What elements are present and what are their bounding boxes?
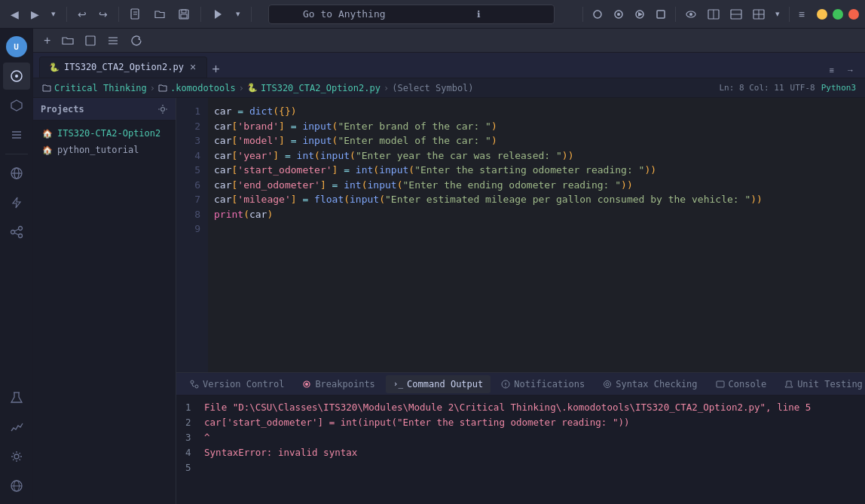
breadcrumb-symbol[interactable]: (Select Symbol): [392, 83, 473, 93]
user-avatar[interactable]: U: [3, 33, 30, 60]
tab-version-control[interactable]: Version Control: [182, 375, 292, 393]
bottom-tab-bar: Version Control Breakpoints ›_ Command O…: [176, 373, 865, 396]
encoding: UTF-8: [790, 83, 815, 93]
tree-item-project1[interactable]: 🏠 ITS320-CTA2-Option2: [33, 125, 176, 142]
layout1-button[interactable]: [703, 6, 724, 23]
svg-marker-31: [13, 197, 20, 208]
sidebar-icon-settings[interactable]: [3, 443, 30, 470]
svg-point-54: [506, 386, 506, 386]
svg-point-32: [18, 227, 22, 231]
layout-dropdown-button[interactable]: ▾: [771, 6, 784, 22]
new-tab-button[interactable]: [81, 32, 100, 49]
tab-notifications[interactable]: Notifications: [494, 375, 592, 393]
svg-rect-57: [717, 381, 724, 387]
menu-button[interactable]: ≡: [794, 5, 809, 23]
toolbar-divider-1: [66, 7, 67, 22]
file-tree-panel: Projects 🏠 ITS320-CTA2-Option2 🏠: [33, 98, 176, 504]
tab-file[interactable]: 🐍 ITS320_CTA2_Option2.py ×: [39, 57, 207, 78]
sidebar-icon-packages[interactable]: [3, 92, 30, 119]
sidebar-icon-browser[interactable]: [3, 160, 30, 187]
add-tab-button[interactable]: +: [39, 31, 55, 50]
goto-text: Go to Anything: [277, 8, 411, 20]
breadcrumb-dir[interactable]: .komodotools: [170, 83, 236, 93]
maximize-window-button[interactable]: [833, 9, 843, 20]
sidebar-icon-outline[interactable]: [3, 121, 30, 148]
sidebar-icon-earth[interactable]: [3, 472, 30, 499]
svg-line-35: [14, 229, 19, 231]
open-folder-button[interactable]: [57, 32, 78, 49]
code-content[interactable]: car = dict({}) car['brand'] = input("Ent…: [208, 98, 865, 372]
save-button[interactable]: [173, 5, 194, 23]
command-output-icon: ›_: [393, 379, 403, 389]
sidebar-icon-debug[interactable]: [3, 63, 30, 90]
record2-button[interactable]: [651, 6, 671, 23]
breadcrumb-file[interactable]: ITS320_CTA2_Option2.py: [261, 83, 381, 93]
code-editor[interactable]: 1 2 3 4 5 6 7 8 9 car = dict({}) car['br…: [176, 98, 865, 372]
close-window-button[interactable]: [848, 9, 859, 20]
back-button[interactable]: ◀: [6, 5, 23, 23]
svg-point-33: [18, 234, 22, 238]
svg-rect-5: [181, 14, 187, 18]
tree-item-project2[interactable]: 🏠 python_tutorial: [33, 142, 176, 158]
version-control-icon: [190, 380, 199, 389]
tab-breakpoints-label: Breakpoints: [315, 379, 374, 389]
layout3-button[interactable]: [748, 6, 769, 23]
sidebar-icon-flask[interactable]: [3, 384, 30, 411]
record-button[interactable]: [588, 6, 607, 23]
tab-breakpoints[interactable]: Breakpoints: [295, 375, 382, 393]
preview-button[interactable]: [680, 6, 701, 23]
tab-right-controls: ≡ →: [825, 63, 859, 78]
svg-point-9: [617, 13, 620, 16]
tab-arrow-button[interactable]: →: [842, 63, 859, 78]
tab-unit-testing[interactable]: Unit Testing: [777, 375, 865, 393]
undo-button[interactable]: ↩: [73, 5, 91, 23]
svg-point-48: [191, 380, 194, 383]
manage-button[interactable]: [102, 32, 124, 49]
notifications-icon: [501, 380, 510, 389]
cursor-position: Ln: 8 Col: 11: [719, 83, 784, 93]
breadcrumb-project[interactable]: Critical Thinking: [54, 83, 147, 93]
project-header-controls: [157, 104, 168, 115]
add-tab-button2[interactable]: +: [207, 62, 225, 78]
refresh-button[interactable]: [126, 32, 147, 49]
python-file-icon: 🐍: [49, 63, 60, 72]
new-file-button[interactable]: [125, 5, 146, 23]
sidebar-icon-share[interactable]: [3, 218, 30, 246]
redo-button[interactable]: ↪: [94, 5, 112, 23]
goto-bar[interactable]: Go to Anything ℹ: [268, 5, 555, 24]
tab-list-button[interactable]: ≡: [825, 63, 839, 78]
open-file-button[interactable]: [149, 5, 170, 23]
project-settings-icon[interactable]: [157, 104, 168, 115]
forward-button[interactable]: ▶: [26, 5, 44, 23]
svg-rect-42: [86, 36, 95, 45]
top-toolbar: ◀ ▶ ▾ ↩ ↪ ▾ Go to Anything ℹ: [0, 0, 865, 29]
tab-syntax-checking[interactable]: Syntax Checking: [595, 375, 705, 393]
unit-testing-icon: [784, 380, 793, 389]
center-main: Projects 🏠 ITS320-CTA2-Option2 🏠: [33, 98, 865, 504]
syntax-checking-icon: [603, 380, 612, 389]
stop-button[interactable]: [609, 6, 628, 23]
toolbar-divider-5: [582, 7, 583, 22]
tab-command-output[interactable]: ›_ Command Output: [386, 375, 491, 393]
run-button[interactable]: [207, 5, 228, 23]
projects-label: Projects: [41, 104, 84, 115]
breadcrumb-left: Critical Thinking › .komodotools › 🐍 ITS…: [42, 83, 474, 93]
output-text-2: car['start_odometer'] = int(input("Enter…: [204, 417, 629, 428]
editor-main: 1 2 3 4 5 6 7 8 9 car = dict({}) car['br…: [176, 98, 865, 504]
tab-close-button[interactable]: ×: [188, 61, 197, 73]
tab-label: ITS320_CTA2_Option2.py: [64, 62, 184, 72]
toolbar-divider-6: [675, 7, 676, 22]
sidebar-icon-lightning[interactable]: [3, 189, 30, 216]
sidebar-icon-chart[interactable]: [3, 414, 30, 441]
tab-console[interactable]: Console: [708, 375, 775, 393]
output-text-4: SyntaxError: invalid syntax: [204, 447, 357, 458]
nav-dropdown-button[interactable]: ▾: [47, 6, 60, 22]
project2-label: python_tutorial: [57, 145, 139, 155]
play2-button[interactable]: [630, 6, 650, 23]
folder2-icon: [158, 84, 167, 93]
center-column: +: [33, 29, 865, 504]
minimize-window-button[interactable]: [817, 9, 827, 20]
toolbar-right: ▾ ≡: [579, 5, 859, 23]
run-dropdown-button[interactable]: ▾: [231, 6, 245, 22]
layout2-button[interactable]: [726, 6, 747, 23]
